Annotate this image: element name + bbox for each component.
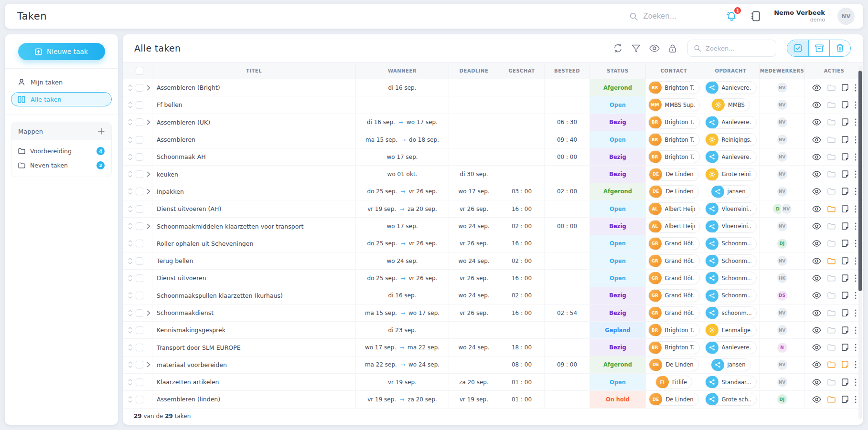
drag-handle-icon[interactable]: [128, 171, 132, 178]
expand-chevron-icon[interactable]: [147, 362, 151, 367]
folder-icon[interactable]: [827, 344, 836, 351]
table-row[interactable]: Klaarzetten artikelenvr 19 sep.za 20 sep…: [123, 374, 863, 391]
row-checkbox[interactable]: [136, 309, 143, 317]
folder-icon[interactable]: [827, 119, 836, 126]
delete-button[interactable]: [829, 40, 850, 56]
note-icon[interactable]: [842, 292, 848, 299]
kebab-menu-icon[interactable]: [855, 188, 857, 195]
folder-icon[interactable]: [827, 275, 836, 282]
column-header-acties[interactable]: ACTIES: [805, 63, 863, 79]
folder-icon[interactable]: [827, 310, 836, 316]
row-checkbox[interactable]: [136, 378, 143, 386]
note-icon[interactable]: [842, 309, 848, 317]
view-icon[interactable]: [812, 223, 821, 230]
assignment-pill[interactable]: schoonm...: [705, 306, 757, 319]
table-row[interactable]: keukenwo 01 okt.di 30 sep.BezigDEDe Lind…: [123, 166, 863, 183]
contact-pill[interactable]: FIFitlife: [655, 376, 692, 388]
table-row[interactable]: Schoonmaakdienstma 15 sep.→wo 17 sep.vr …: [123, 304, 863, 322]
notifications-button[interactable]: 1: [725, 10, 738, 22]
add-folder-button[interactable]: [98, 128, 105, 135]
view-icon[interactable]: [812, 379, 821, 386]
column-header-contact[interactable]: CONTACT: [646, 63, 702, 79]
contact-pill[interactable]: BRBrighton T...: [648, 150, 700, 163]
folder-icon[interactable]: [827, 379, 836, 386]
note-icon[interactable]: [842, 240, 848, 247]
view-icon[interactable]: [812, 240, 821, 247]
view-icon[interactable]: [812, 396, 821, 403]
row-checkbox[interactable]: [136, 188, 143, 195]
kebab-menu-icon[interactable]: [855, 257, 857, 265]
global-search[interactable]: [629, 12, 705, 21]
kebab-menu-icon[interactable]: [855, 378, 857, 386]
kebab-menu-icon[interactable]: [855, 240, 857, 247]
table-row[interactable]: materiaal voorbereidenma 22 sep.→wo 24 s…: [123, 357, 863, 374]
assignment-pill[interactable]: jansen: [711, 185, 751, 198]
drag-handle-icon[interactable]: [128, 84, 132, 91]
assignment-pill[interactable]: Aanlevere...: [705, 116, 757, 129]
table-row[interactable]: Assembleren (Bright)di 16 sep.AfgerondBR…: [123, 79, 863, 96]
note-icon[interactable]: [842, 274, 848, 282]
row-checkbox[interactable]: [136, 257, 143, 265]
note-icon[interactable]: [842, 136, 848, 144]
folder-icon[interactable]: [827, 171, 836, 178]
column-header-opdracht[interactable]: OPDRACHT: [702, 63, 760, 79]
kebab-menu-icon[interactable]: [855, 222, 857, 230]
assignment-pill[interactable]: Aanlevere...: [705, 81, 757, 94]
contact-pill[interactable]: DEDe Linden: [649, 185, 698, 198]
table-row[interactable]: Schoonmaakmiddelen klaarzetten voor tran…: [123, 218, 863, 235]
table-row[interactable]: Terug bellenwo 24 sep.wo 24 sep.02 : 00O…: [123, 252, 863, 270]
view-icon[interactable]: [812, 188, 821, 195]
contact-pill[interactable]: GRGrand Hôt...: [648, 306, 700, 319]
view-icon[interactable]: [812, 102, 821, 108]
kebab-menu-icon[interactable]: [855, 170, 857, 178]
table-row[interactable]: Dienst uitvoeren (AH)vr 19 sep.→za 20 se…: [123, 200, 863, 218]
table-search-input[interactable]: [706, 45, 768, 52]
sidebar-item-alle-taken[interactable]: Alle taken: [11, 92, 112, 106]
assignment-pill[interactable]: Standaar...: [705, 376, 757, 388]
assignment-pill[interactable]: Aanlevere...: [705, 150, 757, 163]
contact-pill[interactable]: GRGrand Hôt...: [648, 237, 700, 250]
drag-handle-icon[interactable]: [128, 119, 132, 126]
kebab-menu-icon[interactable]: [855, 153, 857, 161]
expand-chevron-icon[interactable]: [147, 223, 151, 229]
contact-pill[interactable]: GRGrand Hôt...: [648, 289, 700, 302]
view-icon[interactable]: [812, 154, 821, 160]
kebab-menu-icon[interactable]: [855, 396, 857, 403]
view-icon[interactable]: [812, 206, 821, 212]
assignment-pill[interactable]: Schoonm...: [705, 272, 757, 284]
contact-pill[interactable]: ALAlbert Heijn: [648, 220, 700, 233]
contact-pill[interactable]: DEDe Linden: [649, 358, 698, 371]
note-icon[interactable]: [842, 222, 848, 230]
note-icon[interactable]: [842, 101, 848, 109]
view-icon[interactable]: [812, 275, 821, 282]
drag-handle-icon[interactable]: [128, 223, 132, 230]
folder-icon[interactable]: [827, 292, 836, 299]
table-row[interactable]: Inpakkendo 25 sep.→vr 26 sep.wo 17 sep.0…: [123, 183, 863, 200]
drag-handle-icon[interactable]: [128, 136, 132, 143]
kebab-menu-icon[interactable]: [855, 205, 857, 213]
note-icon[interactable]: [842, 84, 848, 92]
sidebar-item-mijn-taken[interactable]: Mijn taken: [11, 75, 112, 89]
assignment-pill[interactable]: Reinigings...: [705, 133, 757, 146]
drag-handle-icon[interactable]: [128, 327, 132, 334]
global-search-input[interactable]: [643, 12, 705, 21]
folder-icon[interactable]: [827, 327, 836, 334]
contact-pill[interactable]: GRGrand Hôt...: [648, 272, 700, 284]
folder-icon[interactable]: [827, 223, 836, 230]
kebab-menu-icon[interactable]: [855, 309, 857, 317]
row-checkbox[interactable]: [136, 326, 143, 334]
archive-button[interactable]: [808, 40, 829, 56]
contact-pill[interactable]: MMMMBS Sup...: [648, 98, 700, 111]
row-checkbox[interactable]: [136, 170, 143, 178]
view-icon[interactable]: [812, 136, 821, 143]
table-search[interactable]: [687, 40, 776, 57]
kebab-menu-icon[interactable]: [855, 326, 857, 334]
contact-pill[interactable]: DEDe Linden: [649, 393, 698, 406]
scrollbar-track[interactable]: [858, 66, 862, 419]
kebab-menu-icon[interactable]: [855, 292, 857, 299]
view-icon[interactable]: [812, 292, 821, 299]
assignment-pill[interactable]: Eenmalige...: [705, 324, 757, 336]
row-checkbox[interactable]: [136, 222, 143, 230]
assignment-pill[interactable]: Grote reini...: [705, 168, 757, 181]
drag-handle-icon[interactable]: [128, 275, 132, 282]
